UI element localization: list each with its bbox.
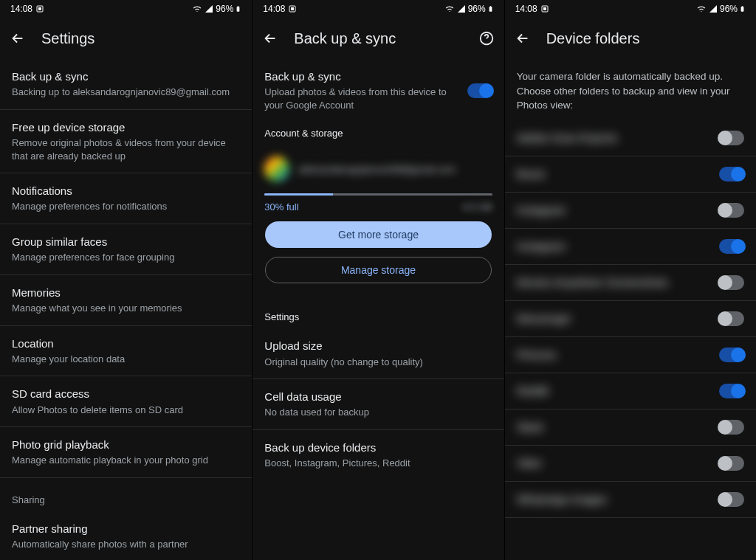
- battery-icon: [487, 4, 494, 14]
- folder-name: Instagram: [517, 240, 566, 252]
- page-title: Device folders: [546, 30, 747, 47]
- folder-row[interactable]: Adobe Scan Exports: [505, 120, 756, 156]
- backup-sync-toggle[interactable]: .switch.on::after{background:#1a73e8;}: [467, 83, 492, 98]
- wifi-icon: [444, 4, 455, 13]
- folder-row[interactable]: Pictures: [505, 337, 756, 373]
- folder-toggle[interactable]: [719, 384, 744, 398]
- folder-toggle[interactable]: [719, 131, 744, 145]
- device-folders-item[interactable]: Back up device folders Boost, Instagram,…: [252, 430, 504, 480]
- folder-name: Messenger: [517, 312, 571, 325]
- item-sub: Automatically share photos with a partne…: [12, 538, 240, 551]
- folder-row[interactable]: Slack: [505, 409, 756, 446]
- status-bar: 14:08 96%: [0, 0, 252, 18]
- item-title: Cell data usage: [264, 390, 492, 404]
- folder-name: Pictures: [517, 348, 557, 361]
- svg-rect-3: [291, 7, 294, 10]
- item-title: Upload size: [264, 339, 492, 353]
- item-sub: Manage what you see in your memories: [12, 302, 240, 315]
- folder-name: Instagram: [517, 204, 566, 216]
- manage-storage-button[interactable]: Manage storage: [265, 257, 491, 283]
- signal-icon: [204, 4, 214, 13]
- item-title: Group similar faces: [12, 235, 240, 249]
- section-header-sharing: Sharing: [0, 478, 252, 511]
- item-sub: Original quality (no change to quality): [264, 356, 492, 369]
- toolbar: Back up & sync: [252, 18, 504, 59]
- item-title: Memories: [12, 286, 240, 300]
- status-time: 14:08: [515, 4, 537, 14]
- section-header-settings: Settings: [252, 295, 504, 328]
- folder-row[interactable]: Instagram: [505, 229, 756, 265]
- cell-data-item[interactable]: Cell data usage No data used for backup: [252, 379, 504, 430]
- settings-item-backup[interactable]: Back up & sync Backing up to aleksandaro…: [0, 59, 252, 110]
- status-bar: 14:08 96%: [252, 0, 504, 18]
- folder-row[interactable]: Movies Anywhere Screenshots: [505, 265, 756, 301]
- item-title: Notifications: [12, 184, 240, 198]
- signal-icon: [708, 4, 718, 13]
- folders-list: Adobe Scan ExportsBoostInstagramInstagra…: [505, 120, 756, 518]
- folder-toggle[interactable]: [719, 203, 744, 218]
- get-more-storage-button[interactable]: Get more storage: [265, 221, 491, 248]
- folder-toggle[interactable]: [719, 239, 744, 254]
- settings-item-notifications[interactable]: Notifications Manage preferences for not…: [0, 173, 252, 224]
- battery-pct: 96%: [468, 4, 486, 14]
- storage-percent: 30% full: [264, 201, 298, 212]
- folder-toggle[interactable]: [719, 348, 744, 362]
- settings-item-partner[interactable]: Partner sharing Automatically share phot…: [0, 511, 252, 560]
- storage-used: 4.5 GB: [462, 201, 492, 212]
- battery-pct: 96%: [720, 4, 738, 14]
- item-title: Photo grid playback: [12, 438, 240, 452]
- folder-toggle[interactable]: [719, 420, 744, 435]
- item-title: Location: [12, 336, 240, 351]
- back-icon[interactable]: [9, 30, 27, 47]
- folder-name: Viber: [517, 457, 543, 469]
- item-sub: Remove original photos & videos from you…: [12, 136, 240, 162]
- settings-item-memories[interactable]: Memories Manage what you see in your mem…: [0, 275, 252, 326]
- item-sub: Backing up to aleksandarognjanovic89@gma…: [12, 86, 240, 99]
- battery-icon: [739, 4, 746, 14]
- settings-item-location[interactable]: Location Manage your location data: [0, 326, 252, 377]
- status-bar: 14:08 96%: [505, 0, 756, 18]
- settings-item-gridplayback[interactable]: Photo grid playback Manage automatic pla…: [0, 427, 252, 478]
- back-icon[interactable]: [514, 30, 532, 47]
- status-time: 14:08: [263, 4, 285, 14]
- svg-rect-1: [38, 7, 41, 10]
- folder-name: Boost: [517, 167, 545, 180]
- folder-toggle[interactable]: [719, 167, 744, 182]
- item-title: Back up & sync: [12, 69, 240, 84]
- screenshot-icon: [540, 4, 549, 13]
- battery-pct: 96%: [216, 4, 233, 14]
- back-icon[interactable]: [261, 30, 279, 47]
- item-sub: Manage preferences for face grouping: [12, 251, 240, 264]
- folder-toggle[interactable]: [719, 311, 744, 326]
- folder-name: Slack: [517, 421, 544, 433]
- section-header-account: Account & storage: [252, 122, 504, 145]
- description-text: Your camera folder is automatically back…: [505, 59, 756, 120]
- settings-item-freeup[interactable]: Free up device storage Remove original p…: [0, 110, 252, 173]
- help-icon[interactable]: [478, 30, 495, 47]
- folder-toggle[interactable]: [719, 456, 744, 471]
- folder-row[interactable]: Viber: [505, 446, 756, 482]
- folder-row[interactable]: Instagram: [505, 193, 756, 229]
- folder-row[interactable]: Reddit: [505, 373, 756, 409]
- storage-progress: [264, 193, 492, 196]
- toolbar: Device folders: [505, 18, 756, 59]
- item-sub: No data used for backup: [264, 406, 492, 419]
- folder-toggle[interactable]: [719, 275, 744, 290]
- account-row[interactable]: aleksandarognjanovic89@gmail.com: [264, 152, 492, 190]
- backup-sync-screen: 14:08 96% Back up & sync Back up & sync …: [252, 0, 504, 560]
- folder-row[interactable]: Boost: [505, 156, 756, 193]
- folder-row[interactable]: WhatsApp Images: [505, 482, 756, 518]
- folder-row[interactable]: Messenger: [505, 301, 756, 337]
- item-title: Free up device storage: [12, 120, 240, 135]
- folder-name: Adobe Scan Exports: [517, 131, 618, 144]
- item-title: Partner sharing: [12, 522, 240, 536]
- storage-progress-fill: [264, 193, 332, 196]
- settings-item-faces[interactable]: Group similar faces Manage preferences f…: [0, 224, 252, 275]
- svg-rect-6: [543, 7, 546, 10]
- settings-item-sdcard[interactable]: SD card access Allow Photos to delete it…: [0, 376, 252, 427]
- folder-toggle[interactable]: [719, 492, 744, 507]
- folder-name: Reddit: [517, 384, 549, 397]
- item-title: Back up device folders: [264, 440, 492, 455]
- upload-size-item[interactable]: Upload size Original quality (no change …: [252, 328, 504, 379]
- folder-name: WhatsApp Images: [517, 493, 608, 505]
